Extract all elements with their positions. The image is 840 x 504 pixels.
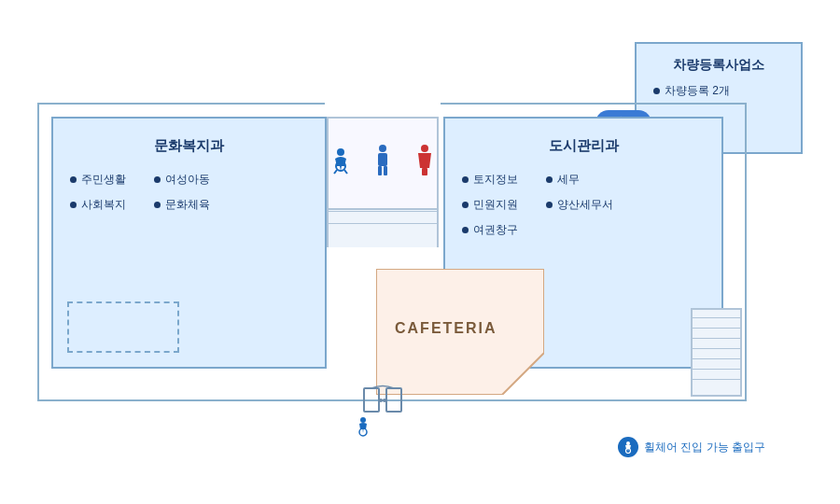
svg-rect-7 <box>422 168 427 175</box>
svg-point-13 <box>360 417 366 423</box>
right-item-1-label: 토지정보 <box>473 172 518 188</box>
svg-rect-3 <box>378 153 387 166</box>
svg-point-12 <box>383 399 386 402</box>
male-restroom-icon <box>369 144 397 183</box>
left-room-row-2: 사회복지 문화체육 <box>70 197 308 213</box>
notch-cover <box>325 101 441 105</box>
svg-rect-9 <box>364 388 379 412</box>
dashed-box <box>67 301 179 353</box>
vehicle-item: 차량등록 2개 <box>653 83 784 99</box>
left-item-1: 주민생활 <box>70 172 126 188</box>
right-item-4: 양산세무서 <box>546 197 613 213</box>
left-item-2: 여성아동 <box>154 172 210 188</box>
vehicle-dot <box>653 88 660 94</box>
svg-point-15 <box>626 441 630 445</box>
right-item-1: 토지정보 <box>462 172 518 188</box>
restroom-section <box>327 117 439 210</box>
entrance-door-icon <box>359 384 406 420</box>
vehicle-item-label: 차량등록 2개 <box>665 83 730 99</box>
left-item-3-label: 사회복지 <box>81 197 126 213</box>
left-item-4-label: 문화체육 <box>165 197 210 213</box>
svg-point-6 <box>421 145 428 152</box>
left-room: 문화복지과 주민생활 여성아동 사회복지 문화체육 <box>51 117 327 369</box>
dot-r1 <box>462 176 469 183</box>
left-item-1-label: 주민생활 <box>81 172 126 188</box>
wheelchair-notice: 휠체어 진입 가능 출입구 <box>618 437 765 457</box>
bottom-accessible-icon <box>353 416 373 441</box>
right-room-items: 토지정보 세무 민원지원 양산세무서 <box>445 172 721 238</box>
wheelchair-circle-icon <box>618 437 638 457</box>
right-item-4-label: 양산세무서 <box>557 197 613 213</box>
right-item-2: 세무 <box>546 172 580 188</box>
dot-r4 <box>546 202 553 208</box>
dot-4 <box>154 202 161 208</box>
dot-r2 <box>546 176 553 183</box>
left-item-3: 사회복지 <box>70 197 126 213</box>
female-restroom-icon <box>411 144 439 183</box>
right-room-title: 도시관리과 <box>445 137 721 155</box>
right-item-3: 민원지원 <box>462 197 518 213</box>
right-item-3-label: 민원지원 <box>473 197 518 213</box>
stairs-right <box>691 308 742 397</box>
left-room-items: 주민생활 여성아동 사회복지 문화체육 <box>53 172 325 213</box>
right-room-row-3: 여권창구 <box>462 222 705 238</box>
right-room-row-2: 민원지원 양산세무서 <box>462 197 705 213</box>
cafeteria-container: CAFETERIA <box>376 269 544 395</box>
svg-rect-10 <box>386 388 401 412</box>
wheelchair-notice-text: 휠체어 진입 가능 출입구 <box>644 440 765 455</box>
left-room-row-1: 주민생활 여성아동 <box>70 172 308 188</box>
left-item-4: 문화체육 <box>154 197 210 213</box>
cafeteria-label: CAFETERIA <box>395 320 497 337</box>
dot-2 <box>154 176 161 183</box>
vehicle-box-title: 차량등록사업소 <box>637 57 801 74</box>
dot-1 <box>70 176 77 183</box>
svg-point-2 <box>379 145 386 152</box>
right-item-2-label: 세무 <box>557 172 580 188</box>
accessible-restroom-icon <box>327 147 355 179</box>
svg-rect-4 <box>378 166 382 175</box>
dot-r5 <box>462 227 469 233</box>
dot-r3 <box>462 202 469 208</box>
right-room-row-1: 토지정보 세무 <box>462 172 705 188</box>
svg-point-11 <box>379 399 383 402</box>
right-item-5: 여권창구 <box>462 222 518 238</box>
left-item-2-label: 여성아동 <box>165 172 210 188</box>
right-item-5-label: 여권창구 <box>473 222 518 238</box>
svg-point-0 <box>337 148 344 156</box>
left-room-title: 문화복지과 <box>53 137 325 155</box>
dot-3 <box>70 202 77 208</box>
svg-rect-5 <box>384 166 387 175</box>
map-container: 차량등록사업소 차량등록 2개 별동 문화복지과 주민생활 여성아동 <box>37 28 803 467</box>
